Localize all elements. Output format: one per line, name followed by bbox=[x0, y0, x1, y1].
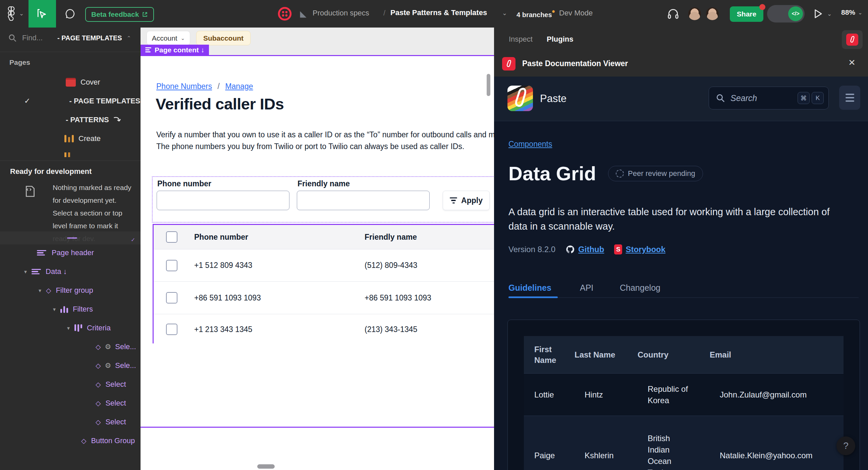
help-button[interactable]: ? bbox=[836, 436, 855, 455]
layer-row-data[interactable]: ▾ Data ↓ bbox=[24, 267, 67, 276]
page-selector[interactable]: - PAGE TEMPLATES ⌃ bbox=[57, 34, 131, 42]
cell-phone: +1 512 809 4343 bbox=[194, 261, 365, 270]
comment-bubble-icon bbox=[64, 8, 75, 20]
layer-label: Criteria bbox=[87, 324, 111, 332]
sidebar-page-partial[interactable] bbox=[64, 152, 131, 157]
sidebar-page-cover[interactable]: Cover bbox=[66, 78, 100, 87]
layer-row-select[interactable]: ◇ Select bbox=[96, 380, 126, 389]
beta-feedback-button[interactable]: Beta feedback bbox=[85, 7, 154, 22]
breadcrumb-project[interactable]: Production specs bbox=[313, 9, 369, 18]
github-link[interactable]: Github bbox=[565, 245, 604, 254]
bars-icon bbox=[60, 305, 68, 313]
table-row[interactable]: +86 591 1093 1093 +86 591 1093 1093 bbox=[154, 282, 494, 314]
storybook-link-label: Storybook bbox=[625, 245, 665, 254]
account-tab-label: Account bbox=[152, 34, 178, 42]
zoom-menu[interactable]: 88% ⌄ bbox=[841, 8, 862, 17]
menu-button[interactable] bbox=[839, 86, 860, 110]
friendly-name-field-label: Friendly name bbox=[298, 179, 350, 188]
breadcrumb-link-manage[interactable]: Manage bbox=[225, 82, 253, 91]
phone-number-field-label: Phone number bbox=[157, 179, 211, 188]
plugin-shortcut-button[interactable] bbox=[842, 30, 863, 49]
grid-cell-first: Lottie bbox=[534, 389, 585, 401]
tab-inspect[interactable]: Inspect bbox=[509, 35, 533, 43]
subaccount-tab[interactable]: Subaccount bbox=[196, 31, 251, 45]
twilio-logo-icon bbox=[278, 7, 292, 22]
share-button[interactable]: Share bbox=[730, 6, 763, 22]
search-input[interactable]: Search ⌘ K bbox=[709, 87, 829, 110]
friendly-name-input[interactable] bbox=[297, 191, 430, 210]
layer-row-button-group[interactable]: ◇ Button Group bbox=[81, 436, 135, 445]
caret-down-icon: ▾ bbox=[67, 325, 70, 331]
layer-row-filters[interactable]: ▾ Filters bbox=[53, 305, 93, 314]
beta-feedback-label: Beta feedback bbox=[91, 10, 139, 19]
canvas[interactable]: Account ⌄ Subaccount Phone Numbers / Man… bbox=[141, 28, 494, 470]
components-breadcrumb-link[interactable]: Components bbox=[508, 140, 552, 149]
layer-row-filter-group[interactable]: ▾ ◇ Filter group bbox=[38, 286, 93, 295]
cursor-icon bbox=[36, 7, 49, 20]
draft-icon bbox=[299, 10, 308, 20]
row-checkbox[interactable] bbox=[166, 292, 178, 303]
version-label: Version 8.2.0 bbox=[508, 245, 555, 254]
gear-icon: ⚙ bbox=[105, 361, 111, 370]
sidebar-page-page-templates[interactable]: ✓ - PAGE TEMPLATES bbox=[24, 97, 140, 106]
breadcrumb-file-name[interactable]: Paste Patterns & Templates bbox=[391, 8, 487, 17]
layer-row-select-variant[interactable]: ◇ ⚙ Sele... bbox=[96, 343, 136, 351]
current-page-name: - PAGE TEMPLATES bbox=[57, 34, 122, 42]
move-tool-button[interactable] bbox=[29, 0, 56, 28]
grid-col-country: Country bbox=[638, 350, 710, 360]
present-button[interactable]: ⌄ bbox=[813, 8, 832, 20]
find-input[interactable]: Find... bbox=[8, 34, 42, 42]
tab-api[interactable]: API bbox=[580, 283, 593, 293]
table-row[interactable]: +1 213 343 1345 (213) 343-1345 bbox=[154, 314, 494, 345]
dev-status-icon bbox=[24, 185, 37, 199]
selection-label-page-content[interactable]: Page content ↓ bbox=[141, 45, 209, 55]
tab-changelog[interactable]: Changelog bbox=[620, 283, 660, 293]
layer-row-select[interactable]: ◇ Select bbox=[96, 399, 126, 408]
row-checkbox[interactable] bbox=[166, 260, 178, 271]
breadcrumb-link-phone-numbers[interactable]: Phone Numbers bbox=[156, 82, 212, 91]
paste-plugin-icon bbox=[846, 34, 858, 46]
layer-row-criteria[interactable]: ▾ Criteria bbox=[67, 324, 111, 332]
sidebar-page-patterns[interactable]: - PATTERNS bbox=[66, 116, 122, 124]
design-page[interactable]: Phone Numbers / Manage Verified caller I… bbox=[141, 56, 494, 470]
layer-row-page-header[interactable]: Page header bbox=[37, 248, 94, 257]
page-label: Cover bbox=[81, 78, 100, 87]
breadcrumb-separator: / bbox=[214, 82, 223, 91]
file-menu-chevron-icon[interactable]: ⌄ bbox=[502, 9, 507, 17]
figma-main-menu[interactable]: ⌄ bbox=[6, 6, 24, 21]
canvas-scroll-handle[interactable] bbox=[257, 464, 275, 469]
apply-button[interactable]: Apply bbox=[443, 191, 490, 210]
layer-row-select[interactable]: ◇ Select bbox=[96, 418, 126, 427]
github-link-label: Github bbox=[578, 245, 604, 254]
collaborator-avatar[interactable] bbox=[688, 7, 701, 20]
dev-mode-toggle[interactable]: </> bbox=[767, 5, 805, 23]
tab-guidelines[interactable]: Guidelines bbox=[508, 283, 551, 293]
page-scrollbar[interactable] bbox=[487, 74, 490, 96]
layer-row-select-variant[interactable]: ◇ ⚙ Sele... bbox=[96, 361, 136, 370]
divider bbox=[0, 160, 141, 161]
huddle-button[interactable] bbox=[667, 7, 680, 22]
close-icon[interactable]: × bbox=[848, 56, 855, 69]
phone-number-input[interactable] bbox=[157, 191, 289, 210]
storybook-link[interactable]: S Storybook bbox=[614, 244, 665, 255]
account-tab[interactable]: Account ⌄ bbox=[147, 31, 190, 45]
comment-tool-button[interactable] bbox=[64, 8, 75, 21]
component-diamond-icon: ◇ bbox=[96, 380, 101, 388]
find-placeholder: Find... bbox=[22, 34, 42, 42]
row-checkbox[interactable] bbox=[166, 324, 178, 335]
column-header-friendly: Friendly name bbox=[365, 233, 417, 242]
table-row[interactable]: +1 512 809 4343 (512) 809-4343 bbox=[154, 249, 494, 282]
select-all-checkbox[interactable] bbox=[166, 231, 178, 243]
branches-button[interactable]: 4 branches• bbox=[517, 9, 555, 20]
filter-icon bbox=[450, 196, 457, 205]
grid-col-email: Email bbox=[710, 350, 843, 360]
tab-plugins[interactable]: Plugins bbox=[547, 35, 573, 43]
layer-label: Select bbox=[105, 399, 126, 408]
divider bbox=[0, 232, 141, 232]
layer-row-faint[interactable]: ✓ bbox=[0, 232, 141, 244]
sidebar-page-create[interactable]: Create bbox=[64, 134, 101, 143]
plugin-body: Paste Search ⌘ K Components Data Grid bbox=[494, 77, 868, 470]
top-toolbar: ⌄ Beta feedback bbox=[0, 0, 868, 28]
collaborator-avatar[interactable] bbox=[706, 7, 719, 20]
search-icon bbox=[716, 93, 725, 103]
